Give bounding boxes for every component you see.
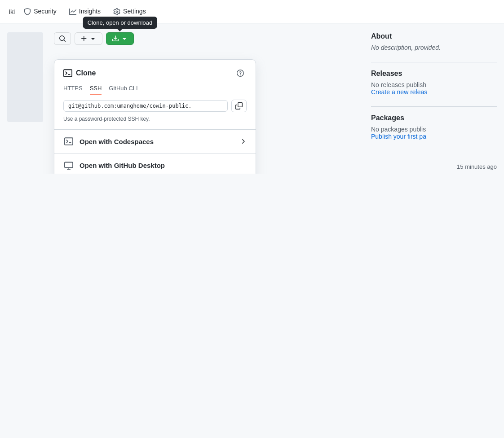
download-icon xyxy=(112,35,119,42)
security-label: Security xyxy=(34,8,57,15)
clone-url-input[interactable] xyxy=(63,100,228,112)
divider-2 xyxy=(371,106,497,107)
search-icon xyxy=(59,35,66,42)
clone-hint: Use a password-protected SSH key. xyxy=(63,116,247,124)
clone-title: Clone xyxy=(63,69,96,78)
chevron-down-white-icon xyxy=(121,35,128,42)
settings-label: Settings xyxy=(123,8,146,15)
desktop-icon xyxy=(63,161,74,170)
codespaces-icon xyxy=(63,137,74,146)
main-content: Clone, open or download xyxy=(0,23,504,160)
insights-label: Insights xyxy=(79,8,101,15)
clone-panel: Clone HTTPS SSH GitHub CLI xyxy=(54,59,256,174)
settings-nav-item[interactable]: Settings xyxy=(108,4,151,19)
clone-button-container: Clone, open or download xyxy=(106,32,134,45)
create-release-link[interactable]: Create a new releas xyxy=(371,88,427,96)
insights-icon xyxy=(69,8,76,15)
publish-package-link[interactable]: Publish your first pa xyxy=(371,133,426,140)
about-text: No description, provided. xyxy=(371,44,497,51)
about-section: About No description, provided. xyxy=(371,32,497,51)
divider-1 xyxy=(371,62,497,62)
open-github-desktop-label: Open with GitHub Desktop xyxy=(80,162,165,169)
clone-tabs: HTTPS SSH GitHub CLI xyxy=(63,85,247,95)
download-button[interactable] xyxy=(106,32,134,45)
clone-tab-https[interactable]: HTTPS xyxy=(63,85,83,95)
packages-title: Packages xyxy=(371,114,497,122)
left-column-partial xyxy=(7,32,43,122)
clone-url-row xyxy=(63,100,247,112)
clone-help-button[interactable] xyxy=(234,67,247,79)
chevron-down-icon xyxy=(89,35,97,42)
open-github-desktop-option[interactable]: Open with GitHub Desktop xyxy=(54,153,256,174)
releases-text: No releases publish xyxy=(371,81,497,88)
add-button[interactable] xyxy=(75,32,102,45)
insights-nav-item[interactable]: Insights xyxy=(64,4,106,19)
plus-icon xyxy=(80,35,88,42)
question-icon xyxy=(237,70,244,77)
clone-panel-header: Clone HTTPS SSH GitHub CLI xyxy=(54,60,256,130)
right-sidebar: About No description, provided. Releases… xyxy=(371,32,497,151)
clone-title-row: Clone xyxy=(63,67,247,79)
center-column: Clone, open or download xyxy=(54,32,360,151)
packages-text: No packages publis xyxy=(371,126,497,133)
clone-tab-cli[interactable]: GitHub CLI xyxy=(109,85,137,95)
chevron-right-icon xyxy=(239,138,247,145)
wiki-tab-partial[interactable]: iki xyxy=(7,4,17,19)
open-codespaces-label: Open with Codespaces xyxy=(80,138,154,145)
releases-section: Releases No releases publish Create a ne… xyxy=(371,70,497,96)
copy-url-button[interactable] xyxy=(231,100,247,112)
about-title: About xyxy=(371,32,497,40)
shield-icon xyxy=(24,8,31,15)
packages-section: Packages No packages publis Publish your… xyxy=(371,114,497,140)
open-codespaces-option[interactable]: Open with Codespaces xyxy=(54,130,256,153)
security-nav-item[interactable]: Security xyxy=(18,4,62,19)
top-navigation: iki Security Insights Settings xyxy=(0,0,504,23)
gear-icon xyxy=(113,8,120,15)
releases-title: Releases xyxy=(371,70,497,78)
action-buttons-row: Clone, open or download xyxy=(54,32,360,45)
copy-icon xyxy=(235,102,243,110)
terminal-icon xyxy=(63,69,72,78)
search-button[interactable] xyxy=(54,32,71,45)
timestamp: 15 minutes ago xyxy=(457,163,497,170)
clone-tab-ssh[interactable]: SSH xyxy=(90,85,102,95)
